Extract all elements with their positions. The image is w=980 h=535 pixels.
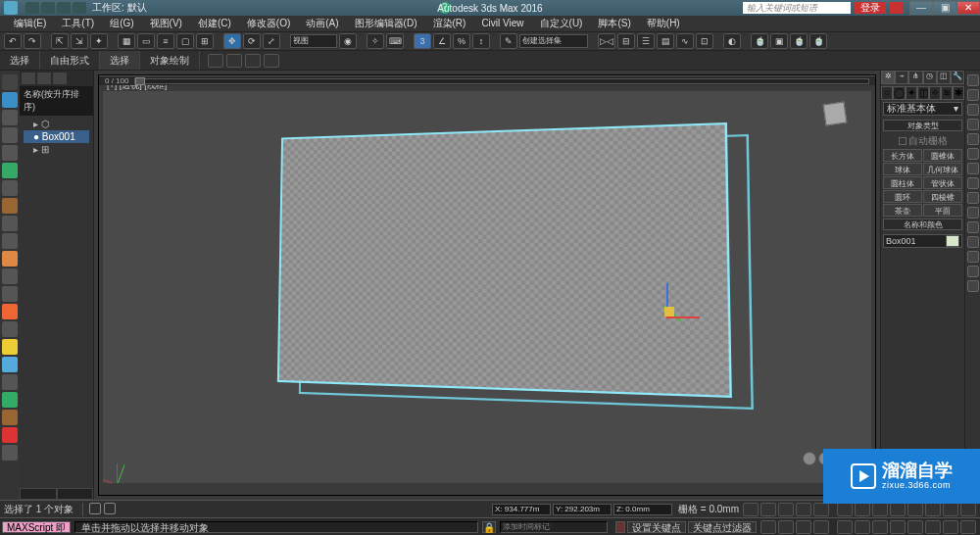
tab-modify-icon[interactable]: ⌁	[895, 71, 908, 84]
rs-icon-4[interactable]	[967, 119, 979, 130]
rs-icon-7[interactable]	[967, 163, 979, 174]
viewcube[interactable]	[824, 103, 854, 132]
tc-2-icon[interactable]	[778, 520, 794, 534]
btn-torus[interactable]: 圆环	[883, 190, 922, 203]
lt-icon-20[interactable]	[2, 427, 18, 443]
prev-frame-icon[interactable]	[760, 503, 776, 516]
lt-max-icon[interactable]	[2, 74, 18, 90]
tree-node-group[interactable]: ▸ ⊞	[24, 143, 89, 156]
scene-tb-2[interactable]	[37, 73, 51, 84]
lt-icon-16[interactable]	[2, 357, 18, 372]
scene-header[interactable]: 名称(按升序排序)	[20, 86, 93, 116]
lock-sel-icon[interactable]	[104, 503, 116, 514]
coord-y-input[interactable]	[553, 504, 612, 515]
undo-icon[interactable]: ↶	[4, 33, 22, 49]
rs-icon-6[interactable]	[967, 148, 979, 160]
qat-redo-icon[interactable]	[57, 2, 71, 14]
coord-z-input[interactable]	[613, 504, 672, 515]
render-prod-icon[interactable]: 🍵	[809, 33, 827, 49]
rs-icon-5[interactable]	[967, 133, 979, 145]
lt-icon-12[interactable]	[2, 286, 18, 302]
lt-icon-11[interactable]	[2, 268, 18, 284]
cat-cameras-icon[interactable]: ◫	[917, 86, 929, 100]
tab-hierarchy-icon[interactable]: ⋔	[908, 71, 922, 84]
rs-icon-12[interactable]	[967, 236, 979, 248]
ribbon-tab-select[interactable]: 选择	[0, 51, 40, 70]
unlink-icon[interactable]: ⇲	[71, 33, 88, 49]
btn-tube[interactable]: 管状体	[923, 176, 962, 189]
select-filter-icon[interactable]: ▦	[118, 33, 135, 49]
btn-pyramid[interactable]: 四棱锥	[923, 190, 962, 203]
isolate-icon[interactable]	[89, 503, 101, 514]
btn-box[interactable]: 长方体	[883, 149, 922, 162]
btn-cone[interactable]: 圆锥体	[923, 149, 962, 162]
scale-icon[interactable]: ⤢	[263, 33, 280, 49]
menu-create[interactable]: 创建(C)	[190, 16, 239, 31]
login-button[interactable]: 登录	[855, 2, 886, 14]
lt-sun-icon[interactable]	[2, 339, 18, 355]
nav-extra-2-icon[interactable]	[960, 503, 976, 516]
gizmo-x-axis[interactable]	[666, 316, 700, 318]
timeline-thumb[interactable]	[135, 77, 145, 85]
select-object-icon[interactable]: ▭	[137, 33, 155, 49]
keyfilter-button[interactable]: 关键点过滤器	[688, 521, 757, 533]
expand-icon[interactable]: ▸	[33, 119, 38, 129]
menu-help[interactable]: 帮助(H)	[639, 16, 688, 31]
menu-civil[interactable]: Civil View	[473, 16, 531, 31]
lt-hierarchy-icon[interactable]	[2, 127, 18, 143]
toggle-ribbon-icon[interactable]: ▤	[657, 33, 674, 49]
viewport-canvas[interactable]	[103, 91, 871, 483]
ribbon-icon-1[interactable]	[208, 54, 223, 68]
rollout-object-type[interactable]: 对象类型	[883, 120, 962, 131]
pan-icon[interactable]	[837, 503, 853, 516]
rs-icon-3[interactable]	[967, 104, 979, 116]
lt-sphere-icon[interactable]	[2, 92, 18, 108]
scene-foot-1[interactable]	[20, 488, 57, 500]
menu-views[interactable]: 视图(V)	[142, 16, 190, 31]
cat-helpers-icon[interactable]: ✧	[929, 86, 941, 100]
schematic-icon[interactable]: ⊡	[696, 33, 713, 49]
menu-animation[interactable]: 动画(A)	[298, 16, 346, 31]
maxscript-listener[interactable]: MAXScript 即	[2, 521, 71, 533]
window-crossing-icon[interactable]: ⊞	[196, 33, 214, 49]
ribbon-icon-3[interactable]	[245, 54, 261, 68]
vc-2-icon[interactable]	[855, 520, 870, 534]
scene-tb-1[interactable]	[22, 73, 35, 84]
selection-lock-icon[interactable]: 🔒	[482, 521, 496, 533]
btn-cylinder[interactable]: 圆柱体	[883, 176, 922, 189]
wheel-1-icon[interactable]	[803, 452, 816, 465]
notification-icon[interactable]	[890, 2, 904, 14]
setkey-button[interactable]: 设置关键点	[627, 521, 686, 533]
autokey-button[interactable]	[615, 521, 625, 533]
ribbon-icon-4[interactable]	[264, 54, 279, 68]
play-icon[interactable]	[778, 503, 794, 516]
tab-create-icon[interactable]: ✲	[881, 71, 895, 84]
pivot-icon[interactable]: ◉	[339, 33, 357, 49]
vc-6-icon[interactable]	[925, 520, 941, 534]
menu-tools[interactable]: 工具(T)	[54, 16, 102, 31]
tc-3-icon[interactable]	[796, 520, 811, 534]
scene-tree[interactable]: ▸ ⬡ ● Box001 ▸ ⊞	[20, 116, 93, 488]
vc-7-icon[interactable]	[943, 520, 958, 534]
btn-sphere[interactable]: 球体	[883, 163, 922, 175]
maximize-button[interactable]: ▣	[933, 1, 956, 15]
menu-script[interactable]: 脚本(S)	[590, 16, 638, 31]
time-tag-input[interactable]: 添加时间标记	[500, 521, 608, 533]
time-slider[interactable]: 0 / 100	[99, 75, 875, 85]
btn-teapot[interactable]: 茶壶	[883, 204, 922, 217]
tc-4-icon[interactable]	[813, 520, 829, 534]
rs-icon-13[interactable]	[967, 251, 979, 263]
vc-8-icon[interactable]	[960, 520, 976, 534]
lt-icon-14[interactable]	[2, 321, 18, 337]
named-sel-dropdown[interactable]: 创建选择集	[519, 34, 588, 48]
qat-link-icon[interactable]	[73, 2, 86, 14]
rs-icon-14[interactable]	[967, 266, 979, 277]
goto-start-icon[interactable]	[743, 503, 759, 516]
keyboard-icon[interactable]: ⌨	[386, 33, 404, 49]
search-input[interactable]: 输入关键词或短语	[743, 2, 851, 14]
menu-graph[interactable]: 图形编辑器(D)	[347, 16, 425, 31]
rollout-name-color[interactable]: 名称和颜色	[883, 219, 962, 230]
bind-icon[interactable]: ✦	[90, 33, 108, 49]
lt-icon-21[interactable]	[2, 445, 18, 461]
menu-customize[interactable]: 自定义(U)	[532, 16, 591, 31]
